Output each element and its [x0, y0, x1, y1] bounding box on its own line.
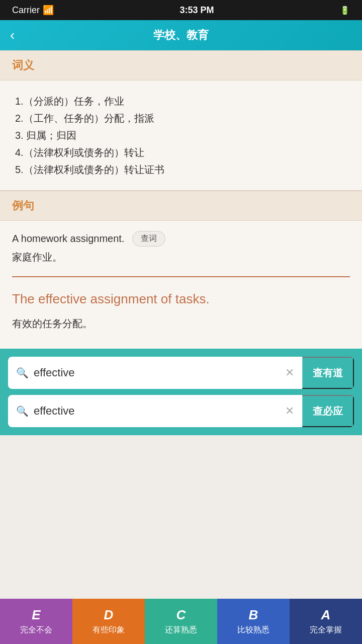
search-row-biying: 🔍 effective ✕ 查必应 [8, 395, 354, 427]
example-divider [12, 276, 350, 277]
search-icon-2: 🔍 [16, 405, 29, 417]
search-youdao-button[interactable]: 查有道 [302, 357, 354, 389]
search-area: 🔍 effective ✕ 查有道 🔍 effective ✕ 查必应 [0, 349, 362, 435]
tab-b-label: 比较熟悉 [237, 625, 269, 635]
status-time: 3:53 PM [179, 5, 214, 16]
tab-b[interactable]: B 比较熟悉 [217, 599, 290, 644]
definition-item-1: 1.（分派的）任务，作业 [15, 93, 347, 110]
page-title: 学校、教育 [153, 28, 209, 43]
tab-c-letter: C [176, 607, 186, 623]
definition-item-2: 2.（工作、任务的）分配，指派 [15, 110, 347, 127]
tab-d-letter: D [104, 607, 114, 623]
tab-c[interactable]: C 还算熟悉 [145, 599, 217, 644]
tab-a-label: 完全掌握 [310, 625, 342, 635]
examples-section-header: 例句 [0, 191, 362, 221]
status-carrier: Carrier 📶 [12, 5, 54, 16]
lookup-button-1[interactable]: 查词 [132, 231, 165, 247]
wifi-icon: 📶 [43, 5, 54, 16]
example-item-1: A homework assignment. 查词 家庭作业。 [0, 221, 362, 274]
tab-c-label: 还算熟悉 [165, 625, 197, 635]
example-item-2: The effective assignment of tasks. 有效的任务… [0, 279, 362, 349]
tab-a[interactable]: A 完全掌握 [290, 599, 362, 644]
battery-icon: 🔋 [340, 6, 350, 15]
example-1-zh: 家庭作业。 [12, 251, 350, 264]
search-icon-1: 🔍 [16, 367, 29, 379]
definitions-section-header: 词义 [0, 50, 362, 80]
search-row-youdao: 🔍 effective ✕ 查有道 [8, 357, 354, 389]
search-clear-1[interactable]: ✕ [285, 366, 294, 379]
definitions-header-text: 词义 [12, 59, 34, 71]
back-button[interactable]: ‹ [10, 27, 15, 43]
definition-item-3: 3. 归属；归因 [15, 127, 347, 144]
examples-section: A homework assignment. 查词 家庭作业。 The effe… [0, 221, 362, 349]
tab-a-letter: A [321, 607, 331, 623]
definitions-list: 1.（分派的）任务，作业 2.（工作、任务的）分配，指派 3. 归属；归因 4.… [0, 80, 362, 190]
search-input-wrapper-2: 🔍 effective ✕ [8, 395, 302, 427]
tab-d[interactable]: D 有些印象 [72, 599, 145, 644]
example-1-en: A homework assignment. 查词 [12, 231, 350, 247]
example-2-zh: 有效的任务分配。 [12, 317, 350, 331]
tab-e-label: 完全不会 [20, 625, 52, 635]
status-bar: Carrier 📶 3:53 PM 🔋 [0, 0, 362, 20]
tab-e-letter: E [32, 607, 40, 623]
definition-item-5: 5.（法律权利或债务的）转让证书 [15, 161, 347, 178]
definition-item-4: 4.（法律权利或债务的）转让 [15, 144, 347, 161]
search-input-wrapper-1: 🔍 effective ✕ [8, 357, 302, 389]
tab-d-label: 有些印象 [93, 625, 125, 635]
search-value-2[interactable]: effective [34, 405, 280, 418]
tab-b-letter: B [249, 607, 258, 623]
tab-e[interactable]: E 完全不会 [0, 599, 72, 644]
search-clear-2[interactable]: ✕ [285, 405, 294, 418]
examples-header-text: 例句 [12, 199, 34, 212]
nav-bar: ‹ 学校、教育 [0, 20, 362, 50]
search-value-1[interactable]: effective [34, 366, 280, 379]
example-2-en: The effective assignment of tasks. [12, 289, 350, 309]
bottom-tabs: E 完全不会 D 有些印象 C 还算熟悉 B 比较熟悉 A 完全掌握 [0, 599, 362, 644]
search-biying-button[interactable]: 查必应 [302, 395, 354, 427]
